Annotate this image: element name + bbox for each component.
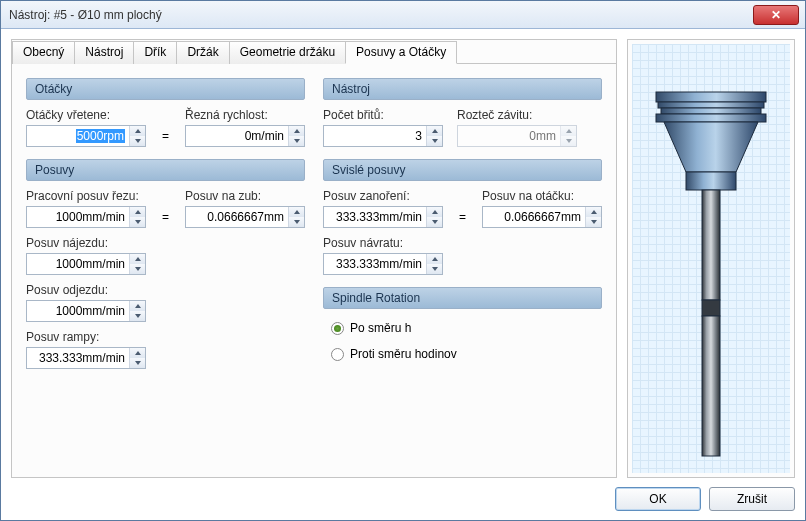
spin-down-icon[interactable] <box>427 264 442 274</box>
tool-dialog: Nástroj: #5 - Ø10 mm plochý ✕ Obecný Nás… <box>0 0 806 521</box>
ramp-value: 333.333mm/min <box>27 348 129 368</box>
cutting-speed-value: 0m/min <box>186 126 288 146</box>
tab-tool[interactable]: Nástroj <box>74 41 134 64</box>
right-column: Nástroj Počet břitů: 3 Rozteč závitu: <box>323 74 602 467</box>
tab-general[interactable]: Obecný <box>12 41 75 64</box>
label-lead-out: Posuv odjezdu: <box>26 283 146 297</box>
spin-down-icon[interactable] <box>130 217 145 227</box>
cutting-feed-input[interactable]: 1000mm/min <box>26 206 146 228</box>
left-column: Otáčky Otáčky vřetene: 5000rpm = Řezná r… <box>26 74 305 467</box>
radio-icon <box>331 322 344 335</box>
content-area: Obecný Nástroj Dřík Držák Geometrie držá… <box>1 29 805 478</box>
label-flutes: Počet břitů: <box>323 108 443 122</box>
spin-up-icon[interactable] <box>130 348 145 358</box>
label-feed-per-rev: Posuv na otáčku: <box>482 189 602 203</box>
tab-holder[interactable]: Držák <box>176 41 229 64</box>
spindle-speed-value: 5000rpm <box>76 129 125 143</box>
label-ramp: Posuv rampy: <box>26 330 146 344</box>
svg-rect-6 <box>702 300 720 316</box>
svg-rect-4 <box>686 172 736 190</box>
radio-cw[interactable]: Po směru h <box>331 321 602 335</box>
tab-holder-geometry[interactable]: Geometrie držáku <box>229 41 346 64</box>
feed-per-rev-input[interactable]: 0.0666667mm <box>482 206 602 228</box>
tool-preview[interactable] <box>632 44 790 473</box>
section-tool: Nástroj <box>323 78 602 100</box>
radio-ccw-label: Proti směru hodinov <box>350 347 457 361</box>
svg-rect-5 <box>702 190 720 300</box>
cutting-feed-value: 1000mm/min <box>27 207 129 227</box>
spin-down-icon[interactable] <box>289 136 304 146</box>
spin-up-icon[interactable] <box>289 207 304 217</box>
equals-text: = <box>160 210 171 228</box>
lead-out-value: 1000mm/min <box>27 301 129 321</box>
tab-strip: Obecný Nástroj Dřík Držák Geometrie držá… <box>12 40 616 64</box>
spin-down-icon[interactable] <box>130 264 145 274</box>
radio-ccw[interactable]: Proti směru hodinov <box>331 347 602 361</box>
spin-up-icon[interactable] <box>130 207 145 217</box>
spin-up-icon[interactable] <box>289 126 304 136</box>
svg-rect-0 <box>656 92 766 102</box>
label-spindle-speed: Otáčky vřetene: <box>26 108 146 122</box>
cancel-button[interactable]: Zrušit <box>709 487 795 511</box>
spin-down-icon[interactable] <box>427 136 442 146</box>
spin-down-icon[interactable] <box>427 217 442 227</box>
spin-up-icon[interactable] <box>586 207 601 217</box>
spin-up-icon[interactable] <box>130 301 145 311</box>
feed-per-rev-value: 0.0666667mm <box>483 207 585 227</box>
ok-button[interactable]: OK <box>615 487 701 511</box>
thread-pitch-value: 0mm <box>458 126 560 146</box>
spin-down-icon[interactable] <box>130 311 145 321</box>
ramp-input[interactable]: 333.333mm/min <box>26 347 146 369</box>
label-lead-in: Posuv nájezdu: <box>26 236 146 250</box>
flutes-input[interactable]: 3 <box>323 125 443 147</box>
spin-up-icon[interactable] <box>130 126 145 136</box>
label-cutting-speed: Řezná rychlost: <box>185 108 305 122</box>
lead-out-input[interactable]: 1000mm/min <box>26 300 146 322</box>
tool-preview-icon <box>636 52 786 472</box>
flutes-value: 3 <box>324 126 426 146</box>
close-button[interactable]: ✕ <box>753 5 799 25</box>
equals-text: = <box>160 129 171 147</box>
spin-up-icon[interactable] <box>427 254 442 264</box>
lead-in-value: 1000mm/min <box>27 254 129 274</box>
feed-per-tooth-input[interactable]: 0.0666667mm <box>185 206 305 228</box>
lead-in-input[interactable]: 1000mm/min <box>26 253 146 275</box>
spin-down-icon[interactable] <box>130 358 145 368</box>
label-plunge-feed: Posuv zanoření: <box>323 189 443 203</box>
equals-text: = <box>457 210 468 228</box>
label-feed-per-tooth: Posuv na zub: <box>185 189 305 203</box>
section-vertical-feeds: Svislé posuvy <box>323 159 602 181</box>
spin-down-icon[interactable] <box>130 136 145 146</box>
retract-input[interactable]: 333.333mm/min <box>323 253 443 275</box>
dialog-footer: OK Zrušit <box>1 478 805 520</box>
plunge-feed-input[interactable]: 333.333mm/min <box>323 206 443 228</box>
retract-value: 333.333mm/min <box>324 254 426 274</box>
label-retract: Posuv návratu: <box>323 236 443 250</box>
tab-body: Otáčky Otáčky vřetene: 5000rpm = Řezná r… <box>12 64 616 477</box>
tab-feeds-speeds[interactable]: Posuvy a Otáčky <box>345 41 457 64</box>
window-title: Nástroj: #5 - Ø10 mm plochý <box>9 8 753 22</box>
preview-panel <box>627 39 795 478</box>
plunge-feed-value: 333.333mm/min <box>324 207 426 227</box>
svg-rect-1 <box>658 102 764 108</box>
section-rpm: Otáčky <box>26 78 305 100</box>
spin-down-icon <box>561 136 576 146</box>
feed-per-tooth-value: 0.0666667mm <box>186 207 288 227</box>
section-spindle: Spindle Rotation <box>323 287 602 309</box>
spin-up-icon[interactable] <box>130 254 145 264</box>
cutting-speed-input[interactable]: 0m/min <box>185 125 305 147</box>
thread-pitch-input: 0mm <box>457 125 577 147</box>
label-thread-pitch: Rozteč závitu: <box>457 108 577 122</box>
spin-up-icon <box>561 126 576 136</box>
spindle-speed-input[interactable]: 5000rpm <box>26 125 146 147</box>
svg-rect-2 <box>661 108 761 114</box>
spin-up-icon[interactable] <box>427 207 442 217</box>
spin-down-icon[interactable] <box>586 217 601 227</box>
spin-up-icon[interactable] <box>427 126 442 136</box>
radio-cw-label: Po směru h <box>350 321 411 335</box>
radio-icon <box>331 348 344 361</box>
svg-rect-3 <box>656 114 766 122</box>
titlebar: Nástroj: #5 - Ø10 mm plochý ✕ <box>1 1 805 29</box>
spin-down-icon[interactable] <box>289 217 304 227</box>
tab-shaft[interactable]: Dřík <box>133 41 177 64</box>
